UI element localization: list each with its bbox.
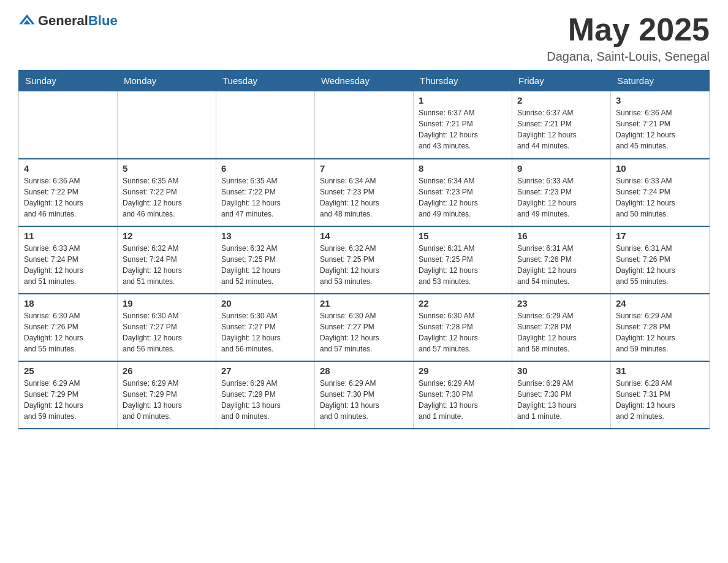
- day-info: Sunrise: 6:29 AMSunset: 7:28 PMDaylight:…: [616, 310, 704, 354]
- day-number: 5: [123, 163, 211, 174]
- day-number: 20: [221, 298, 309, 308]
- calendar-cell: 18Sunrise: 6:30 AMSunset: 7:26 PMDayligh…: [19, 294, 118, 361]
- day-number: 13: [221, 231, 309, 241]
- calendar-cell: 11Sunrise: 6:33 AMSunset: 7:24 PMDayligh…: [19, 226, 118, 294]
- calendar-week-5: 25Sunrise: 6:29 AMSunset: 7:29 PMDayligh…: [19, 361, 710, 429]
- calendar-cell: 22Sunrise: 6:30 AMSunset: 7:28 PMDayligh…: [414, 294, 512, 361]
- day-info: Sunrise: 6:33 AMSunset: 7:24 PMDaylight:…: [616, 175, 704, 220]
- day-number: 23: [517, 298, 605, 308]
- day-info: Sunrise: 6:35 AMSunset: 7:22 PMDaylight:…: [123, 175, 211, 220]
- day-info: Sunrise: 6:28 AMSunset: 7:31 PMDaylight:…: [616, 378, 704, 422]
- day-header-sunday: Sunday: [19, 71, 118, 91]
- day-info: Sunrise: 6:29 AMSunset: 7:30 PMDaylight:…: [419, 378, 507, 422]
- day-info: Sunrise: 6:30 AMSunset: 7:27 PMDaylight:…: [221, 310, 309, 354]
- calendar-week-1: 1Sunrise: 6:37 AMSunset: 7:21 PMDaylight…: [19, 91, 710, 159]
- day-number: 30: [517, 366, 605, 376]
- calendar-cell: 17Sunrise: 6:31 AMSunset: 7:26 PMDayligh…: [611, 226, 710, 294]
- calendar-cell: [19, 91, 118, 159]
- calendar-cell: 30Sunrise: 6:29 AMSunset: 7:30 PMDayligh…: [512, 361, 611, 429]
- calendar-cell: 8Sunrise: 6:34 AMSunset: 7:23 PMDaylight…: [414, 159, 512, 226]
- day-info: Sunrise: 6:31 AMSunset: 7:26 PMDaylight:…: [616, 243, 704, 287]
- month-year-title: May 2025: [547, 12, 710, 47]
- day-info: Sunrise: 6:34 AMSunset: 7:23 PMDaylight:…: [320, 175, 408, 220]
- day-info: Sunrise: 6:29 AMSunset: 7:28 PMDaylight:…: [517, 310, 605, 354]
- day-number: 21: [320, 298, 408, 308]
- calendar-cell: 13Sunrise: 6:32 AMSunset: 7:25 PMDayligh…: [216, 226, 315, 294]
- logo: GeneralBlue: [18, 12, 118, 29]
- calendar-cell: 29Sunrise: 6:29 AMSunset: 7:30 PMDayligh…: [414, 361, 512, 429]
- day-number: 28: [320, 366, 408, 376]
- calendar-cell: 9Sunrise: 6:33 AMSunset: 7:23 PMDaylight…: [512, 159, 611, 226]
- day-info: Sunrise: 6:31 AMSunset: 7:25 PMDaylight:…: [419, 243, 507, 287]
- day-number: 10: [616, 163, 704, 174]
- calendar-cell: 10Sunrise: 6:33 AMSunset: 7:24 PMDayligh…: [611, 159, 710, 226]
- day-number: 15: [419, 231, 507, 241]
- day-number: 22: [419, 298, 507, 308]
- calendar-cell: 2Sunrise: 6:37 AMSunset: 7:21 PMDaylight…: [512, 91, 611, 159]
- day-number: 27: [221, 366, 309, 376]
- day-info: Sunrise: 6:29 AMSunset: 7:29 PMDaylight:…: [123, 378, 211, 422]
- calendar-cell: 4Sunrise: 6:36 AMSunset: 7:22 PMDaylight…: [19, 159, 118, 226]
- day-info: Sunrise: 6:37 AMSunset: 7:21 PMDaylight:…: [419, 107, 507, 151]
- day-number: 1: [419, 95, 507, 105]
- day-number: 31: [616, 366, 704, 376]
- day-info: Sunrise: 6:32 AMSunset: 7:25 PMDaylight:…: [320, 243, 408, 287]
- calendar-week-4: 18Sunrise: 6:30 AMSunset: 7:26 PMDayligh…: [19, 294, 710, 361]
- location-subtitle: Dagana, Saint-Louis, Senegal: [547, 50, 710, 64]
- calendar-cell: 21Sunrise: 6:30 AMSunset: 7:27 PMDayligh…: [315, 294, 414, 361]
- day-number: 8: [419, 163, 507, 174]
- day-info: Sunrise: 6:32 AMSunset: 7:25 PMDaylight:…: [221, 243, 309, 287]
- day-number: 24: [616, 298, 704, 308]
- day-number: 19: [123, 298, 211, 308]
- calendar-cell: 19Sunrise: 6:30 AMSunset: 7:27 PMDayligh…: [118, 294, 216, 361]
- day-number: 16: [517, 231, 605, 241]
- day-header-wednesday: Wednesday: [315, 71, 414, 91]
- logo-icon: [18, 12, 36, 29]
- page-header: GeneralBlue May 2025 Dagana, Saint-Louis…: [18, 12, 710, 64]
- day-number: 26: [123, 366, 211, 376]
- calendar-week-3: 11Sunrise: 6:33 AMSunset: 7:24 PMDayligh…: [19, 226, 710, 294]
- calendar-header: SundayMondayTuesdayWednesdayThursdayFrid…: [19, 71, 710, 91]
- calendar-cell: 3Sunrise: 6:36 AMSunset: 7:21 PMDaylight…: [611, 91, 710, 159]
- calendar-cell: 23Sunrise: 6:29 AMSunset: 7:28 PMDayligh…: [512, 294, 611, 361]
- title-block: May 2025 Dagana, Saint-Louis, Senegal: [547, 12, 710, 64]
- day-header-saturday: Saturday: [611, 71, 710, 91]
- calendar-week-2: 4Sunrise: 6:36 AMSunset: 7:22 PMDaylight…: [19, 159, 710, 226]
- day-number: 12: [123, 231, 211, 241]
- logo-text-general: General: [38, 13, 88, 28]
- calendar-cell: 31Sunrise: 6:28 AMSunset: 7:31 PMDayligh…: [611, 361, 710, 429]
- day-info: Sunrise: 6:36 AMSunset: 7:22 PMDaylight:…: [24, 175, 112, 220]
- day-info: Sunrise: 6:35 AMSunset: 7:22 PMDaylight:…: [221, 175, 309, 220]
- day-header-tuesday: Tuesday: [216, 71, 315, 91]
- calendar-cell: 28Sunrise: 6:29 AMSunset: 7:30 PMDayligh…: [315, 361, 414, 429]
- calendar-cell: 24Sunrise: 6:29 AMSunset: 7:28 PMDayligh…: [611, 294, 710, 361]
- day-info: Sunrise: 6:33 AMSunset: 7:24 PMDaylight:…: [24, 243, 112, 287]
- day-header-monday: Monday: [118, 71, 216, 91]
- day-number: 18: [24, 298, 112, 308]
- day-number: 25: [24, 366, 112, 376]
- calendar-body: 1Sunrise: 6:37 AMSunset: 7:21 PMDaylight…: [19, 91, 710, 429]
- calendar-cell: 12Sunrise: 6:32 AMSunset: 7:24 PMDayligh…: [118, 226, 216, 294]
- day-info: Sunrise: 6:29 AMSunset: 7:29 PMDaylight:…: [221, 378, 309, 422]
- calendar-cell: 1Sunrise: 6:37 AMSunset: 7:21 PMDaylight…: [414, 91, 512, 159]
- calendar-cell: 5Sunrise: 6:35 AMSunset: 7:22 PMDaylight…: [118, 159, 216, 226]
- calendar-cell: 14Sunrise: 6:32 AMSunset: 7:25 PMDayligh…: [315, 226, 414, 294]
- calendar-cell: 7Sunrise: 6:34 AMSunset: 7:23 PMDaylight…: [315, 159, 414, 226]
- day-info: Sunrise: 6:29 AMSunset: 7:30 PMDaylight:…: [320, 378, 408, 422]
- day-number: 3: [616, 95, 704, 105]
- calendar-cell: 20Sunrise: 6:30 AMSunset: 7:27 PMDayligh…: [216, 294, 315, 361]
- day-info: Sunrise: 6:30 AMSunset: 7:26 PMDaylight:…: [24, 310, 112, 354]
- day-number: 6: [221, 163, 309, 174]
- day-info: Sunrise: 6:31 AMSunset: 7:26 PMDaylight:…: [517, 243, 605, 287]
- logo-text-blue: Blue: [88, 13, 118, 28]
- day-info: Sunrise: 6:30 AMSunset: 7:27 PMDaylight:…: [320, 310, 408, 354]
- calendar-table: SundayMondayTuesdayWednesdayThursdayFrid…: [18, 70, 710, 429]
- day-info: Sunrise: 6:30 AMSunset: 7:27 PMDaylight:…: [123, 310, 211, 354]
- day-number: 7: [320, 163, 408, 174]
- day-header-friday: Friday: [512, 71, 611, 91]
- day-info: Sunrise: 6:34 AMSunset: 7:23 PMDaylight:…: [419, 175, 507, 220]
- day-headers-row: SundayMondayTuesdayWednesdayThursdayFrid…: [19, 71, 710, 91]
- day-info: Sunrise: 6:36 AMSunset: 7:21 PMDaylight:…: [616, 107, 704, 151]
- day-number: 17: [616, 231, 704, 241]
- day-info: Sunrise: 6:37 AMSunset: 7:21 PMDaylight:…: [517, 107, 605, 151]
